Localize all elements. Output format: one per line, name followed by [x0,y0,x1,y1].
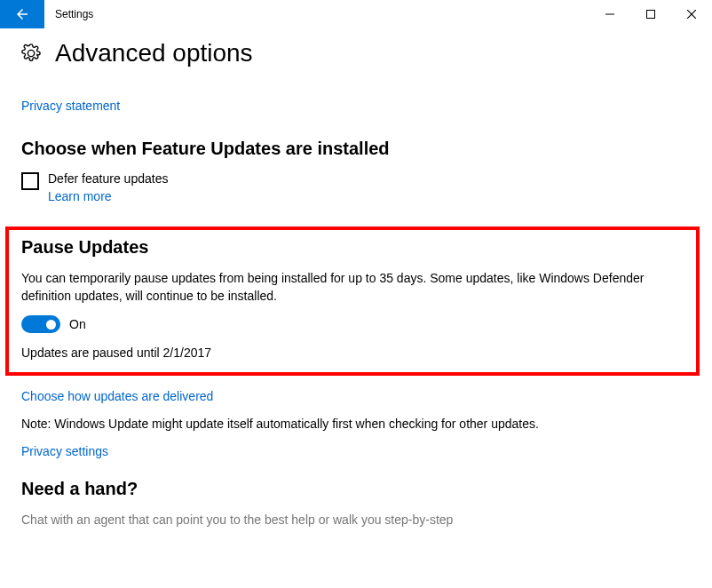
pause-updates-highlight: Pause Updates You can temporarily pause … [5,226,700,376]
maximize-icon [646,10,655,19]
titlebar: Settings [0,0,712,28]
arrow-left-icon [14,6,30,22]
defer-checkbox-label: Defer feature updates [48,171,168,186]
maximize-button[interactable] [630,0,671,28]
defer-checkbox[interactable] [21,172,39,190]
close-button[interactable] [671,0,712,28]
privacy-settings-link[interactable]: Privacy settings [21,444,108,458]
content-area: Advanced options Privacy statement Choos… [0,28,712,529]
gear-icon [21,44,41,63]
svg-rect-0 [605,14,614,15]
feature-updates-heading: Choose when Feature Updates are installe… [21,139,691,159]
minimize-icon [605,10,614,19]
page-title: Advanced options [55,39,253,68]
window-controls [589,0,712,28]
help-subtext: Chat with an agent that can point you to… [21,512,691,529]
pause-updates-description: You can temporarily pause updates from b… [21,270,684,305]
learn-more-link[interactable]: Learn more [48,189,168,203]
toggle-knob [46,320,56,330]
help-heading: Need a hand? [21,479,691,499]
svg-rect-1 [647,11,655,19]
pause-status-text: Updates are paused until 2/1/2017 [21,346,684,360]
app-title: Settings [44,0,104,28]
page-header: Advanced options [21,28,691,83]
pause-toggle-label: On [69,317,86,331]
defer-feature-updates-row: Defer feature updates Learn more [21,171,691,203]
pause-updates-toggle[interactable] [21,315,60,333]
pause-updates-heading: Pause Updates [21,237,684,258]
back-button[interactable] [0,0,44,28]
close-icon [687,10,696,19]
privacy-statement-link[interactable]: Privacy statement [21,99,120,113]
update-note: Note: Windows Update might update itself… [21,417,691,431]
minimize-button[interactable] [589,0,630,28]
delivery-link[interactable]: Choose how updates are delivered [21,389,213,403]
